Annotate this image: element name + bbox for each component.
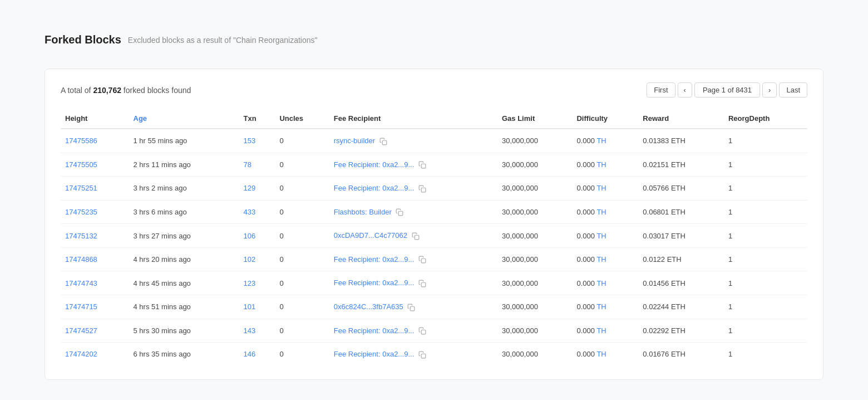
copy-icon[interactable] — [418, 280, 426, 287]
table-row: 17475132 3 hrs 27 mins ago 106 0 0xcDA9D… — [61, 224, 807, 248]
fee-recipient-link[interactable]: Fee Recipient: 0xa2...9... — [334, 184, 415, 192]
cell-gas-limit: 30,000,000 — [497, 153, 573, 177]
height-link[interactable]: 17475251 — [65, 184, 97, 192]
svg-rect-8 — [421, 330, 426, 334]
cell-reward: 0.0122 ETH — [638, 247, 724, 271]
height-link[interactable]: 17474868 — [65, 255, 97, 264]
height-link[interactable]: 17475586 — [65, 136, 97, 145]
fee-recipient-link[interactable]: 0xcDA9D7...C4c77062 — [334, 231, 407, 240]
cell-gas-limit: 30,000,000 — [497, 319, 573, 343]
copy-icon[interactable] — [418, 256, 426, 264]
cell-txn: 102 — [239, 247, 275, 271]
cell-reward: 0.01456 ETH — [638, 271, 724, 295]
fee-recipient-link[interactable]: Fee Recipient: 0xa2...9... — [334, 160, 415, 169]
table-row: 17475235 3 hrs 6 mins ago 433 0 Flashbot… — [61, 200, 807, 224]
fee-recipient-link[interactable]: Flashbots: Builder — [334, 208, 392, 216]
txn-link[interactable]: 78 — [244, 160, 251, 169]
cell-txn: 129 — [239, 177, 275, 201]
cell-fee-recipient: Fee Recipient: 0xa2...9... — [329, 271, 497, 295]
fee-recipient-link[interactable]: Fee Recipient: 0xa2...9... — [334, 279, 415, 287]
cell-height: 17474527 — [61, 319, 129, 343]
table-row: 17475251 3 hrs 2 mins ago 129 0 Fee Reci… — [61, 177, 807, 201]
cell-uncles: 0 — [275, 295, 329, 319]
cell-height: 17474715 — [61, 295, 129, 319]
cell-reorg-depth: 1 — [724, 247, 807, 271]
col-reorg-depth: ReorgDepth — [724, 109, 807, 129]
txn-link[interactable]: 153 — [244, 136, 256, 145]
page-info: Page 1 of 8431 — [694, 82, 760, 97]
table-row: 17474527 5 hrs 30 mins ago 143 0 Fee Rec… — [61, 319, 807, 343]
copy-icon[interactable] — [379, 138, 387, 145]
col-height: Height — [61, 109, 129, 129]
first-page-button[interactable]: First — [647, 82, 675, 97]
cell-uncles: 0 — [275, 129, 329, 153]
cell-gas-limit: 30,000,000 — [497, 271, 573, 295]
height-link[interactable]: 17475235 — [65, 208, 97, 216]
next-page-button[interactable]: › — [762, 82, 777, 97]
cell-fee-recipient: rsync-builder — [329, 129, 497, 153]
svg-rect-0 — [382, 140, 387, 145]
copy-icon[interactable] — [418, 327, 426, 335]
txn-link[interactable]: 146 — [244, 350, 256, 358]
cell-txn: 146 — [239, 343, 275, 366]
cell-gas-limit: 30,000,000 — [497, 224, 573, 248]
cell-difficulty: 0.000 TH — [572, 319, 638, 343]
cell-uncles: 0 — [275, 224, 329, 248]
cell-reorg-depth: 1 — [724, 153, 807, 177]
cell-gas-limit: 30,000,000 — [497, 177, 573, 201]
cell-reorg-depth: 1 — [724, 200, 807, 224]
svg-rect-3 — [399, 212, 403, 216]
fee-recipient-link[interactable]: Fee Recipient: 0xa2...9... — [334, 350, 415, 358]
txn-link[interactable]: 106 — [244, 232, 256, 240]
txn-link[interactable]: 101 — [244, 303, 256, 311]
cell-height: 17475505 — [61, 153, 129, 177]
txn-link[interactable]: 143 — [244, 326, 256, 335]
svg-rect-9 — [421, 354, 426, 358]
copy-icon[interactable] — [396, 208, 403, 216]
cell-gas-limit: 30,000,000 — [497, 200, 573, 224]
cell-age: 3 hrs 27 mins ago — [129, 224, 239, 248]
cell-uncles: 0 — [275, 343, 329, 366]
cell-age: 3 hrs 2 mins ago — [129, 177, 239, 201]
height-link[interactable]: 17474527 — [65, 326, 97, 335]
height-link[interactable]: 17474715 — [65, 303, 97, 311]
copy-icon[interactable] — [418, 185, 426, 193]
fee-recipient-link[interactable]: 0x6c824C...3fb7A635 — [334, 303, 403, 311]
copy-icon[interactable] — [418, 161, 426, 169]
col-fee-recipient: Fee Recipient — [329, 109, 497, 129]
prev-page-button[interactable]: ‹ — [678, 82, 692, 97]
svg-rect-7 — [411, 306, 415, 311]
cell-difficulty: 0.000 TH — [572, 129, 638, 153]
height-link[interactable]: 17474743 — [65, 279, 97, 287]
col-age[interactable]: Age — [129, 109, 239, 129]
cell-difficulty: 0.000 TH — [572, 295, 638, 319]
height-link[interactable]: 17475132 — [65, 232, 97, 240]
txn-link[interactable]: 129 — [244, 184, 256, 192]
height-link[interactable]: 17474202 — [65, 350, 97, 358]
cell-fee-recipient: Fee Recipient: 0xa2...9... — [329, 319, 497, 343]
fee-recipient-link[interactable]: Fee Recipient: 0xa2...9... — [334, 255, 415, 264]
cell-uncles: 0 — [275, 177, 329, 201]
cell-reward: 0.05766 ETH — [638, 177, 724, 201]
copy-icon[interactable] — [418, 351, 426, 359]
last-page-button[interactable]: Last — [779, 82, 807, 97]
txn-link[interactable]: 433 — [244, 208, 256, 216]
copy-icon[interactable] — [412, 232, 420, 240]
table-row: 17474868 4 hrs 20 mins ago 102 0 Fee Rec… — [61, 247, 807, 271]
txn-link[interactable]: 123 — [244, 279, 256, 287]
svg-rect-4 — [415, 235, 419, 240]
fee-recipient-link[interactable]: rsync-builder — [334, 136, 375, 145]
cell-uncles: 0 — [275, 153, 329, 177]
cell-uncles: 0 — [275, 271, 329, 295]
forked-blocks-table: Height Age Txn Uncles Fee Recipient Gas … — [61, 109, 807, 366]
fee-recipient-link[interactable]: Fee Recipient: 0xa2...9... — [334, 326, 415, 335]
txn-link[interactable]: 102 — [244, 255, 256, 264]
cell-reward: 0.02151 ETH — [638, 153, 724, 177]
cell-fee-recipient: 0xcDA9D7...C4c77062 — [329, 224, 497, 248]
cell-fee-recipient: Fee Recipient: 0xa2...9... — [329, 177, 497, 201]
table-row: 17474202 6 hrs 35 mins ago 146 0 Fee Rec… — [61, 343, 807, 366]
copy-icon[interactable] — [407, 304, 415, 311]
svg-rect-1 — [421, 164, 426, 168]
cell-reorg-depth: 1 — [724, 343, 807, 366]
height-link[interactable]: 17475505 — [65, 160, 97, 169]
